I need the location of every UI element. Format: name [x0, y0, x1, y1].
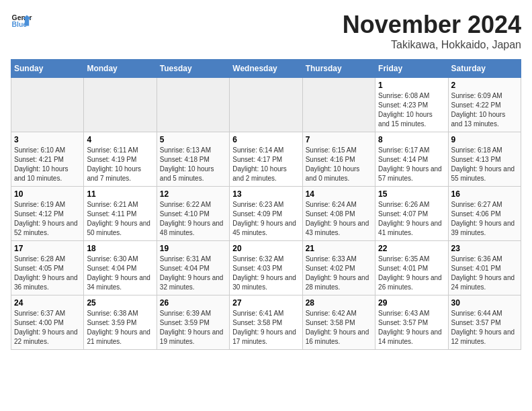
day-info: Sunrise: 6:08 AMSunset: 4:23 PMDaylight:…: [378, 91, 445, 129]
day-info: Sunrise: 6:26 AMSunset: 4:07 PMDaylight:…: [378, 200, 445, 238]
weekday-header: Friday: [375, 60, 448, 78]
calendar-cell: [157, 78, 229, 132]
day-info: Sunrise: 6:36 AMSunset: 4:01 PMDaylight:…: [451, 255, 518, 292]
calendar-cell: 4Sunrise: 6:11 AMSunset: 4:19 PMDaylight…: [84, 132, 157, 187]
day-info: Sunrise: 6:44 AMSunset: 3:57 PMDaylight:…: [451, 309, 518, 347]
day-number: 20: [232, 244, 299, 253]
calendar-cell: 18Sunrise: 6:30 AMSunset: 4:04 PMDayligh…: [84, 241, 157, 295]
day-number: 13: [232, 189, 299, 199]
day-number: 30: [451, 298, 518, 308]
calendar-cell: 1Sunrise: 6:08 AMSunset: 4:23 PMDaylight…: [375, 78, 448, 132]
calendar-cell: 26Sunrise: 6:39 AMSunset: 3:59 PMDayligh…: [157, 295, 229, 350]
calendar-cell: 6Sunrise: 6:14 AMSunset: 4:17 PMDaylight…: [230, 132, 302, 187]
calendar-cell: 25Sunrise: 6:38 AMSunset: 3:59 PMDayligh…: [84, 295, 157, 350]
calendar-cell: 11Sunrise: 6:21 AMSunset: 4:11 PMDayligh…: [84, 187, 157, 241]
title-section: November 2024 Takikawa, Hokkaido, Japan: [343, 11, 521, 51]
weekday-header-row: SundayMondayTuesdayWednesdayThursdayFrid…: [11, 60, 521, 78]
calendar-cell: 21Sunrise: 6:33 AMSunset: 4:02 PMDayligh…: [302, 241, 375, 295]
day-number: 27: [232, 298, 299, 308]
day-info: Sunrise: 6:41 AMSunset: 3:58 PMDaylight:…: [232, 309, 299, 347]
calendar-cell: 30Sunrise: 6:44 AMSunset: 3:57 PMDayligh…: [448, 295, 521, 350]
day-number: 12: [160, 189, 226, 199]
day-number: 19: [160, 244, 226, 253]
day-info: Sunrise: 6:28 AMSunset: 4:05 PMDaylight:…: [14, 255, 81, 292]
day-number: 10: [14, 189, 81, 199]
day-info: Sunrise: 6:43 AMSunset: 3:57 PMDaylight:…: [378, 309, 445, 347]
day-info: Sunrise: 6:18 AMSunset: 4:13 PMDaylight:…: [451, 146, 518, 183]
day-number: 11: [87, 189, 153, 199]
day-info: Sunrise: 6:37 AMSunset: 4:00 PMDaylight:…: [14, 309, 81, 347]
day-info: Sunrise: 6:27 AMSunset: 4:06 PMDaylight:…: [451, 200, 518, 238]
day-number: 16: [451, 189, 518, 199]
calendar-cell: 16Sunrise: 6:27 AMSunset: 4:06 PMDayligh…: [448, 187, 521, 241]
calendar-cell: [230, 78, 302, 132]
calendar-cell: 12Sunrise: 6:22 AMSunset: 4:10 PMDayligh…: [157, 187, 229, 241]
day-number: 17: [14, 244, 81, 253]
day-number: 8: [378, 135, 445, 144]
day-number: 3: [14, 135, 81, 144]
day-info: Sunrise: 6:38 AMSunset: 3:59 PMDaylight:…: [87, 309, 153, 347]
day-number: 18: [87, 244, 153, 253]
calendar-cell: 7Sunrise: 6:15 AMSunset: 4:16 PMDaylight…: [302, 132, 375, 187]
page-header: General Blue November 2024 Takikawa, Hok…: [11, 11, 521, 51]
day-number: 4: [87, 135, 153, 144]
day-number: 26: [160, 298, 226, 308]
day-number: 22: [378, 244, 445, 253]
calendar-cell: 9Sunrise: 6:18 AMSunset: 4:13 PMDaylight…: [448, 132, 521, 187]
calendar-cell: 24Sunrise: 6:37 AMSunset: 4:00 PMDayligh…: [11, 295, 84, 350]
day-number: 29: [378, 298, 445, 308]
weekday-header: Tuesday: [157, 60, 229, 78]
day-info: Sunrise: 6:24 AMSunset: 4:08 PMDaylight:…: [306, 200, 372, 238]
calendar-week-row: 10Sunrise: 6:19 AMSunset: 4:12 PMDayligh…: [11, 187, 521, 241]
day-number: 21: [306, 244, 372, 253]
calendar-cell: 2Sunrise: 6:09 AMSunset: 4:22 PMDaylight…: [448, 78, 521, 132]
calendar-cell: 15Sunrise: 6:26 AMSunset: 4:07 PMDayligh…: [375, 187, 448, 241]
day-info: Sunrise: 6:13 AMSunset: 4:18 PMDaylight:…: [160, 146, 226, 183]
calendar-cell: 13Sunrise: 6:23 AMSunset: 4:09 PMDayligh…: [230, 187, 302, 241]
calendar-cell: 22Sunrise: 6:35 AMSunset: 4:01 PMDayligh…: [375, 241, 448, 295]
weekday-header: Saturday: [448, 60, 521, 78]
calendar-week-row: 3Sunrise: 6:10 AMSunset: 4:21 PMDaylight…: [11, 132, 521, 187]
day-info: Sunrise: 6:35 AMSunset: 4:01 PMDaylight:…: [378, 255, 445, 292]
day-number: 24: [14, 298, 81, 308]
day-info: Sunrise: 6:17 AMSunset: 4:14 PMDaylight:…: [378, 146, 445, 183]
day-number: 6: [232, 135, 299, 144]
calendar-table: SundayMondayTuesdayWednesdayThursdayFrid…: [11, 59, 521, 350]
logo: General Blue: [11, 11, 32, 32]
calendar-week-row: 1Sunrise: 6:08 AMSunset: 4:23 PMDaylight…: [11, 78, 521, 132]
day-info: Sunrise: 6:23 AMSunset: 4:09 PMDaylight:…: [232, 200, 299, 238]
calendar-cell: 20Sunrise: 6:32 AMSunset: 4:03 PMDayligh…: [230, 241, 302, 295]
day-number: 14: [306, 189, 372, 199]
calendar-cell: 5Sunrise: 6:13 AMSunset: 4:18 PMDaylight…: [157, 132, 229, 187]
weekday-header: Monday: [84, 60, 157, 78]
day-info: Sunrise: 6:19 AMSunset: 4:12 PMDaylight:…: [14, 200, 81, 238]
day-info: Sunrise: 6:39 AMSunset: 3:59 PMDaylight:…: [160, 309, 226, 347]
day-info: Sunrise: 6:22 AMSunset: 4:10 PMDaylight:…: [160, 200, 226, 238]
day-info: Sunrise: 6:10 AMSunset: 4:21 PMDaylight:…: [14, 146, 81, 183]
day-info: Sunrise: 6:33 AMSunset: 4:02 PMDaylight:…: [306, 255, 372, 292]
calendar-cell: 17Sunrise: 6:28 AMSunset: 4:05 PMDayligh…: [11, 241, 84, 295]
calendar-week-row: 24Sunrise: 6:37 AMSunset: 4:00 PMDayligh…: [11, 295, 521, 350]
calendar-cell: 19Sunrise: 6:31 AMSunset: 4:04 PMDayligh…: [157, 241, 229, 295]
day-info: Sunrise: 6:15 AMSunset: 4:16 PMDaylight:…: [306, 146, 372, 183]
calendar-cell: [11, 78, 84, 132]
day-number: 5: [160, 135, 226, 144]
calendar-cell: 27Sunrise: 6:41 AMSunset: 3:58 PMDayligh…: [230, 295, 302, 350]
weekday-header: Thursday: [302, 60, 375, 78]
calendar-cell: [302, 78, 375, 132]
calendar-cell: 8Sunrise: 6:17 AMSunset: 4:14 PMDaylight…: [375, 132, 448, 187]
day-number: 25: [87, 298, 153, 308]
weekday-header: Sunday: [11, 60, 84, 78]
day-number: 28: [306, 298, 372, 308]
weekday-header: Wednesday: [230, 60, 302, 78]
day-info: Sunrise: 6:14 AMSunset: 4:17 PMDaylight:…: [232, 146, 299, 183]
day-info: Sunrise: 6:09 AMSunset: 4:22 PMDaylight:…: [451, 91, 518, 129]
day-number: 1: [378, 81, 445, 90]
day-number: 23: [451, 244, 518, 253]
calendar-cell: 14Sunrise: 6:24 AMSunset: 4:08 PMDayligh…: [302, 187, 375, 241]
calendar-cell: 3Sunrise: 6:10 AMSunset: 4:21 PMDaylight…: [11, 132, 84, 187]
day-number: 9: [451, 135, 518, 144]
day-info: Sunrise: 6:32 AMSunset: 4:03 PMDaylight:…: [232, 255, 299, 292]
location-title: Takikawa, Hokkaido, Japan: [343, 39, 521, 51]
month-title: November 2024: [343, 11, 521, 39]
